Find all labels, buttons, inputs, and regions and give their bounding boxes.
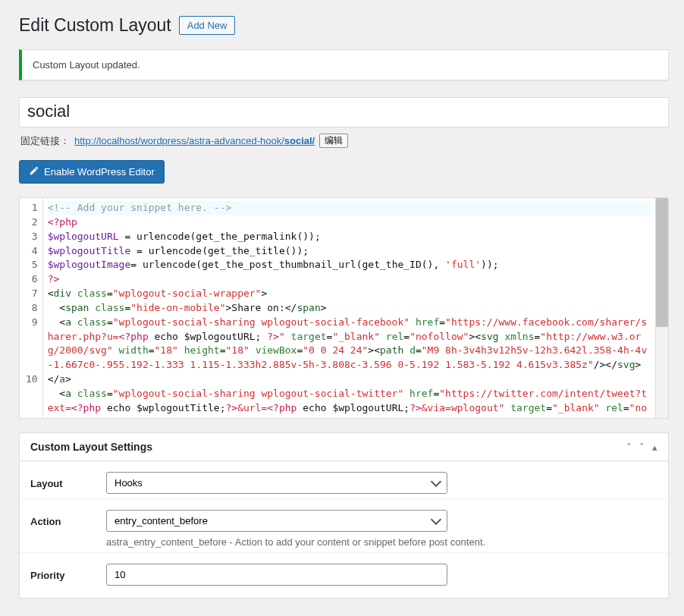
code-editor[interactable]: 1 2 3 4 5 6 7 8 9 10 <!-- Add your snipp…	[19, 197, 669, 419]
action-label: Action	[30, 510, 106, 527]
chevron-down-icon[interactable]: ˅	[639, 442, 645, 453]
page-title: Edit Custom Layout	[19, 15, 171, 36]
code-gutter: 1 2 3 4 5 6 7 8 9 10	[20, 198, 43, 418]
scrollbar[interactable]	[655, 198, 668, 418]
priority-input[interactable]	[106, 564, 447, 586]
permalink-label: 固定链接：	[20, 134, 70, 148]
layout-select[interactable]: Hooks	[106, 472, 447, 494]
priority-label: Priority	[30, 564, 106, 581]
action-select[interactable]: entry_content_before	[106, 510, 447, 532]
permalink-edit-button[interactable]: 编辑	[319, 134, 348, 148]
permalink-url[interactable]: http://localhost/wordpress/astra-advance…	[74, 135, 315, 146]
scrollbar-thumb[interactable]	[656, 198, 668, 327]
add-new-button[interactable]: Add New	[179, 16, 236, 35]
update-notice: Custom Layout updated.	[19, 49, 669, 80]
action-description: astra_entry_content_before - Action to a…	[106, 536, 657, 548]
title-input[interactable]	[21, 99, 667, 125]
chevron-up-icon[interactable]: ˄	[626, 442, 632, 453]
collapse-icon[interactable]: ▴	[652, 442, 657, 453]
settings-title: Custom Layout Settings	[30, 441, 152, 453]
layout-label: Layout	[30, 472, 106, 489]
pencil-icon	[29, 165, 39, 178]
enable-wordpress-editor-button[interactable]: Enable WordPress Editor	[19, 160, 165, 184]
